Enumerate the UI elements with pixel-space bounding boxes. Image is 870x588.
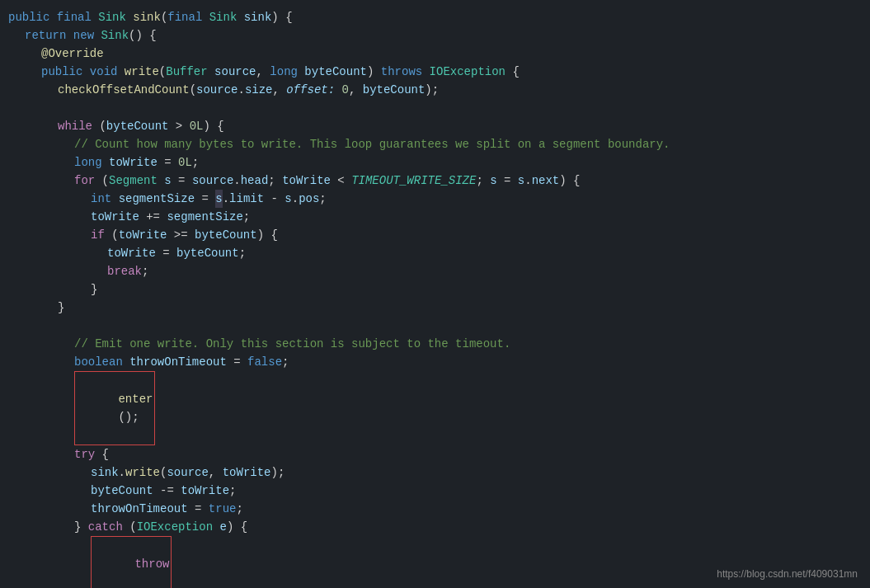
keyword-public: public [8, 8, 49, 26]
code-line-12: toWrite += segmentSize ; [0, 208, 870, 226]
code-line-17: } [0, 299, 870, 317]
code-line-15: break ; [0, 262, 870, 280]
code-line-21: enter (); [0, 371, 870, 445]
code-line-5: checkOffsetAndCount ( source . size , of… [0, 81, 870, 99]
code-line-blank1 [0, 99, 870, 117]
code-line-13: if ( toWrite >= byteCount ) { [0, 226, 870, 244]
code-line-25: throwOnTimeout = true ; [0, 500, 870, 518]
code-line-4: public void write ( Buffer source , long… [0, 63, 870, 81]
enter-highlight: enter (); [74, 371, 155, 445]
code-line-10: for ( Segment s = source . head ; toWrit… [0, 172, 870, 190]
code-line-19: // Emit one write. Only this section is … [0, 335, 870, 353]
code-line-14: toWrite = byteCount ; [0, 244, 870, 262]
watermark: https://blog.csdn.net/f409031mn [717, 568, 858, 580]
code-line-16: } [0, 280, 870, 299]
code-line-3: @Override [0, 45, 870, 63]
code-line-11: int segmentSize = s . limit - s . pos ; [0, 190, 870, 208]
code-line-9: long toWrite = 0L ; [0, 153, 870, 172]
code-viewer: public final Sink sink ( final Sink sink… [0, 0, 870, 588]
keyword-final: final [57, 8, 92, 26]
code-line-20: boolean throwOnTimeout = false ; [0, 353, 870, 371]
type-sink: Sink [98, 8, 126, 26]
code-line-23: sink . write ( source , toWrite ); [0, 463, 870, 482]
code-line-blank2 [0, 317, 870, 335]
code-line-26: } catch ( IOException e ) { [0, 518, 870, 536]
code-line-8: // Count how many bytes to write. This l… [0, 135, 870, 153]
method-sink: sink [133, 8, 161, 26]
throw-exit-highlight: throw exit ( e ); [91, 536, 172, 588]
code-line-24: byteCount -= toWrite ; [0, 482, 870, 500]
code-line-2: return new Sink () { [0, 26, 870, 45]
code-line-7: while ( byteCount > 0L ) { [0, 117, 870, 135]
code-line-1: public final Sink sink ( final Sink sink… [0, 8, 870, 26]
code-line-27: throw exit ( e ); [0, 536, 870, 588]
code-line-22: try { [0, 445, 870, 463]
